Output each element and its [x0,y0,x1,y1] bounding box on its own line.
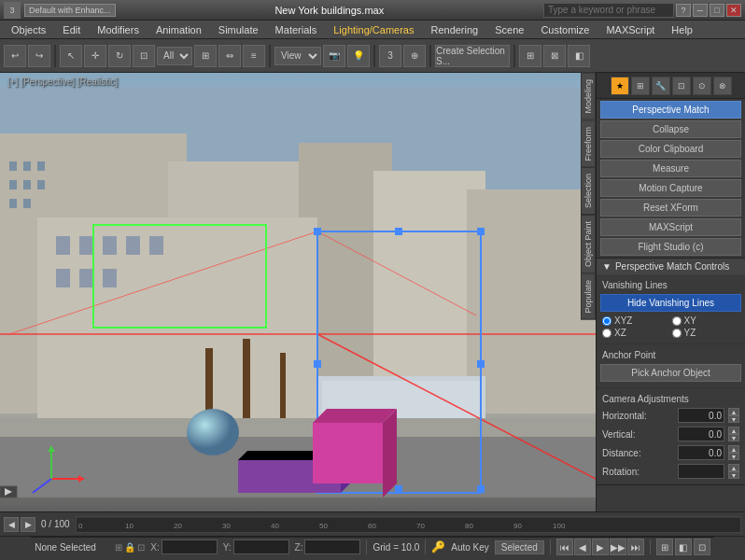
radio-xz[interactable]: XZ [602,328,670,338]
menu-edit[interactable]: Edit [55,22,88,37]
vertical-input[interactable] [678,427,724,441]
distance-input[interactable] [678,445,724,460]
panel-tab-hierarchy[interactable]: ⊡ [672,77,691,95]
maximize-btn[interactable]: □ [710,4,724,17]
panel-tab-utilities[interactable]: ★ [611,77,629,95]
timeline-play-btn[interactable]: ▶ [21,517,35,532]
collapse-btn[interactable]: Collapse [600,120,741,138]
x-input[interactable] [162,539,218,554]
menu-simulate[interactable]: Simulate [211,22,266,37]
toolbar-named-sel[interactable]: Create Selection S... [435,45,510,67]
timeline-track[interactable]: 0 10 20 30 40 50 60 70 80 90 100 [76,516,741,533]
radio-group-axes: XYZ XY XZ YZ [597,314,745,340]
distance-down[interactable]: ▼ [728,453,739,460]
motion-capture-btn[interactable]: Motion Capture [600,179,741,197]
measure-btn[interactable]: Measure [600,160,741,177]
svg-rect-17 [103,236,117,255]
horizontal-input[interactable] [678,408,724,423]
side-tab-object-paint[interactable]: Object Paint [581,215,596,273]
flight-studio-btn[interactable]: Flight Studio (c) [600,238,741,256]
menu-modifiers[interactable]: Modifiers [90,22,147,37]
radio-yz-input[interactable] [672,329,682,338]
titlebar-dropdown[interactable]: Default with Enhanc... [24,4,116,17]
viewport-container[interactable]: [+] [Perspective] [Realistic] ◀ ▶ [0,73,596,511]
play-btn[interactable]: ▶ [592,539,609,555]
menu-materials[interactable]: Materials [268,22,325,37]
panel-tab-motion[interactable]: ⊙ [693,77,711,95]
viewport[interactable]: [+] [Perspective] [Realistic] [0,73,596,511]
menu-objects[interactable]: Objects [4,22,53,37]
pick-anchor-btn[interactable]: Pick Anchor Object [600,364,741,382]
play-prev-frame-btn[interactable]: ⏮ [556,539,573,555]
horizontal-up[interactable]: ▲ [728,408,739,415]
maxscript-btn[interactable]: MAXScript [600,218,741,236]
play-prev-btn[interactable]: ◀ [574,539,591,555]
play-next-frame-btn[interactable]: ⏭ [627,539,644,555]
search-input[interactable] [543,3,674,18]
minimize-btn[interactable]: ─ [693,4,708,17]
hide-vanishing-lines-btn[interactable]: Hide Vanishing Lines [600,294,741,312]
toolbar-redo[interactable]: ↪ [28,45,50,67]
panel-tab-display[interactable]: ⊗ [713,77,732,95]
radio-xy[interactable]: XY [672,315,740,326]
radio-xyz-input[interactable] [602,316,611,326]
toolbar-scale[interactable]: ⊡ [133,45,155,67]
toolbar-light[interactable]: 💡 [347,45,370,67]
distance-up[interactable]: ▲ [728,445,739,453]
y-input[interactable] [233,539,289,554]
radio-xyz[interactable]: XYZ [602,315,670,326]
toolbar-align[interactable]: ≡ [243,45,265,67]
horizontal-down[interactable]: ▼ [728,415,739,423]
titlebar-controls: ? ─ □ ✕ [543,3,741,18]
toolbar-extra3[interactable]: ◧ [568,45,590,67]
side-tab-populate[interactable]: Populate [581,273,596,320]
toolbar-anim1[interactable]: 3 [379,45,401,67]
color-clipboard-btn[interactable]: Color Clipboard [600,140,741,158]
perspective-match-btn[interactable]: Perspective Match [600,101,741,119]
render3-btn[interactable]: ⊡ [694,539,710,555]
toolbar-extra1[interactable]: ⊞ [519,45,541,67]
menu-lighting-cameras[interactable]: Lighting/Cameras [326,22,421,37]
timeline-bar: ◀ ▶ 0 / 100 0 10 20 30 40 50 60 70 80 90… [0,511,745,536]
toolbar-move[interactable]: ✛ [84,45,106,67]
toolbar-camera[interactable]: 📷 [323,45,345,67]
toolbar-extra2[interactable]: ⊠ [543,45,566,67]
rotation-down[interactable]: ▼ [728,471,739,479]
radio-yz[interactable]: YZ [672,328,740,338]
toolbar-mirror[interactable]: ⇔ [218,45,241,67]
toolbar-select[interactable]: ↖ [60,45,82,67]
menu-help[interactable]: Help [664,22,700,37]
menu-customize[interactable]: Customize [533,22,597,37]
radio-xy-input[interactable] [672,316,682,326]
side-tab-modeling[interactable]: Modeling [581,73,596,120]
panel-tab-modify[interactable]: 🔧 [652,77,670,95]
filter-dropdown[interactable]: All [157,47,192,65]
panel-tab-create[interactable]: ⊞ [631,77,650,95]
menu-maxscript[interactable]: MAXScript [598,22,662,37]
help-btn[interactable]: ? [676,4,691,17]
menu-animation[interactable]: Animation [148,22,209,37]
perspective-match-header[interactable]: ▼ Perspective Match Controls [597,259,745,274]
radio-xz-input[interactable] [602,329,611,338]
toolbar-rotate[interactable]: ↻ [108,45,131,67]
close-btn[interactable]: ✕ [726,4,741,17]
vertical-down[interactable]: ▼ [728,434,739,441]
render2-btn[interactable]: ◧ [675,539,692,555]
side-tab-freeform[interactable]: Freeform [581,120,596,168]
side-tab-selection[interactable]: Selection [581,167,596,215]
toolbar-anim2[interactable]: ⊕ [403,45,426,67]
view-dropdown[interactable]: View [274,47,321,65]
toolbar-undo[interactable]: ↩ [4,45,26,67]
rotation-input[interactable] [678,464,724,479]
play-next-btn[interactable]: ▶▶ [610,539,626,555]
render-btn[interactable]: ⊞ [656,539,673,555]
menu-scene[interactable]: Scene [487,22,531,37]
vertical-up[interactable]: ▲ [728,427,739,434]
reset-xform-btn[interactable]: Reset XForm [600,199,741,217]
z-input[interactable] [304,539,360,554]
toolbar-snap[interactable]: ⊞ [194,45,217,67]
perspective-match-title: Perspective Match Controls [615,261,729,272]
timeline-prev-btn[interactable]: ◀ [4,517,19,532]
rotation-up[interactable]: ▲ [728,464,739,471]
menu-rendering[interactable]: Rendering [423,22,485,37]
